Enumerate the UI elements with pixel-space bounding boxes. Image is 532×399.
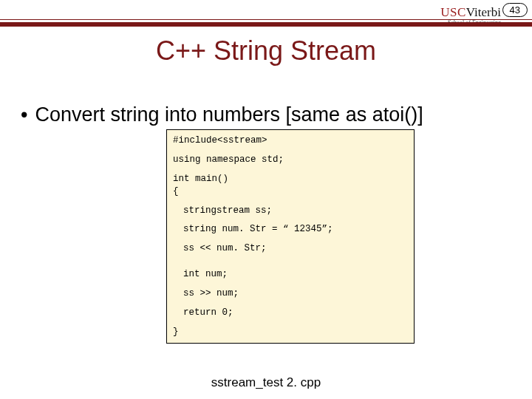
code-line: using namespace std; (173, 154, 408, 166)
bullet-text: Convert string into numbers [same as ato… (35, 103, 423, 126)
code-line: { (173, 185, 408, 198)
code-line: string num. Str = “ 12345”; (173, 223, 408, 236)
bullet-dot-icon: • (21, 103, 27, 126)
code-line: ss << num. Str; (173, 242, 408, 255)
code-line: } (173, 326, 408, 338)
logo-usc: USC (440, 5, 466, 19)
code-line: int num; (173, 268, 408, 281)
header-divider (0, 22, 532, 27)
slide-title: C++ String Stream (0, 35, 532, 66)
code-line: ss >> num; (173, 287, 408, 300)
logo-viterbi: Viterbi (466, 5, 501, 19)
code-block: #include<sstream> using namespace std; i… (166, 129, 415, 344)
code-line: #include<sstream> (173, 134, 408, 147)
code-line: return 0; (173, 307, 408, 319)
page-number: 43 (502, 3, 528, 17)
code-line: stringstream ss; (173, 205, 408, 217)
code-caption: sstream_test 2. cpp (0, 375, 532, 390)
code-line: int main() (173, 173, 408, 185)
bullet-line: •Convert string into numbers [same as at… (21, 103, 423, 126)
